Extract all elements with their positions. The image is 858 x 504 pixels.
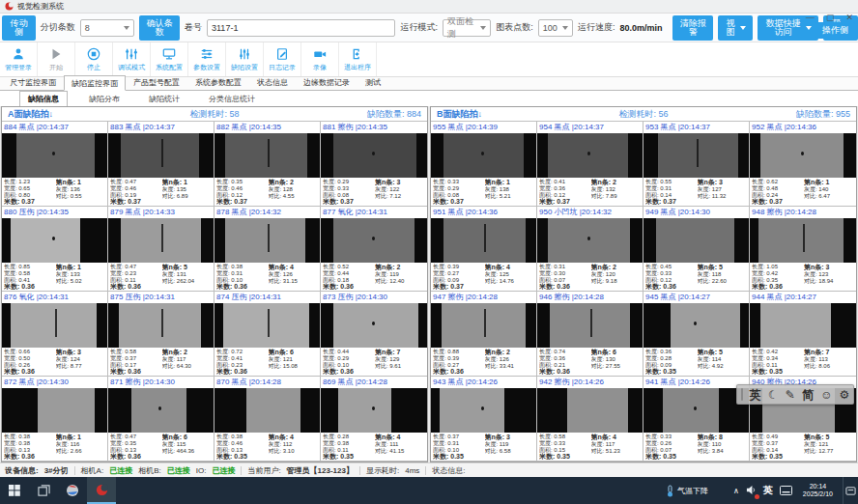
stop-button[interactable]: 停止 <box>75 42 113 76</box>
ime-mode-indicator[interactable]: 英 <box>763 484 773 497</box>
ime-moon-icon[interactable]: ☾ <box>768 389 779 401</box>
ime-simplified-label[interactable]: 简 <box>802 389 814 401</box>
defect-image[interactable] <box>750 133 856 178</box>
defect-cell[interactable]: 955 黑点 |20:14:39 长度: 0.33宽度: 0.29面积: 0.0… <box>431 122 537 207</box>
tray-overflow-button[interactable]: ∧ <box>733 487 739 495</box>
defect-image[interactable] <box>108 303 214 348</box>
defect-cell[interactable]: 946 擦伤 |20:14:28 长度: 0.74宽度: 0.36面积: 0.2… <box>537 292 644 377</box>
debug-mode-button[interactable]: 调试模式 <box>113 42 151 76</box>
defect-cell[interactable]: 876 氧化 |20:14:31 长度: 0.66宽度: 0.50面积: 0.2… <box>2 292 108 377</box>
admin-login-button[interactable]: 管理登录 <box>0 42 38 76</box>
defect-image[interactable] <box>321 218 427 263</box>
defect-cell[interactable]: 870 黑点 |20:14:28 长度: 0.38宽度: 0.46面积: 0.1… <box>214 377 321 462</box>
defect-image[interactable] <box>537 303 643 348</box>
tab-main-6[interactable]: 测试 <box>358 74 388 90</box>
defect-image[interactable] <box>214 303 320 348</box>
defect-cell[interactable]: 948 擦伤 |20:14:28 长度: 1.05宽度: 0.42面积: 0.3… <box>750 207 856 292</box>
clear-alarm-button[interactable]: 清除报警 <box>672 15 713 41</box>
ime-settings-icon[interactable]: ⚙ <box>840 389 850 401</box>
roll-number-input[interactable] <box>207 19 395 37</box>
start-button[interactable] <box>0 477 29 504</box>
record-video-button[interactable]: 录像 <box>301 42 339 76</box>
volume-button[interactable] <box>746 485 757 497</box>
defect-image[interactable] <box>321 388 427 433</box>
ime-lang-en[interactable]: 英 <box>750 389 761 401</box>
maximize-button[interactable]: ▢ <box>826 13 835 22</box>
defect-cell[interactable]: 874 压伤 |20:14:31 长度: 0.72宽度: 0.41面积: 0.2… <box>214 292 321 377</box>
defect-cell[interactable]: 943 黑点 |20:14:26 长度: 0.37宽度: 0.31面积: 0.1… <box>431 377 537 462</box>
defect-cell[interactable]: 882 黑点 |20:14:35 长度: 0.35宽度: 0.46面积: 0.1… <box>214 122 321 207</box>
defect-cell[interactable]: 954 黑点 |20:14:37 长度: 0.41宽度: 0.36面积: 0.1… <box>537 122 644 207</box>
ime-emoji-icon[interactable]: ☺ <box>820 389 832 401</box>
defect-image[interactable] <box>2 303 107 348</box>
defect-image[interactable] <box>644 218 749 263</box>
defect-cell[interactable]: 871 擦伤 |20:14:30 长度: 0.47宽度: 0.35面积: 0.1… <box>108 377 214 462</box>
close-button[interactable]: ✕ <box>845 13 853 22</box>
tab-sub-3[interactable]: 分类信息统计 <box>201 92 263 106</box>
defect-cell[interactable]: 953 黑点 |20:14:37 长度: 0.55宽度: 0.31面积: 0.1… <box>644 122 750 207</box>
defect-cell[interactable]: 949 黑点 |20:14:30 长度: 0.45宽度: 0.33面积: 0.1… <box>644 207 750 292</box>
touch-keyboard-icon[interactable] <box>780 486 792 495</box>
defect-cell[interactable]: 877 氧化 |20:14:31 长度: 0.52宽度: 0.44面积: 0.1… <box>321 207 427 292</box>
defect-cell[interactable]: 952 黑点 |20:14:36 长度: 0.62宽度: 0.48面积: 0.2… <box>750 122 856 207</box>
exit-program-button[interactable]: 退出程序 <box>339 42 377 76</box>
log-record-button[interactable]: 日志记录 <box>264 42 301 76</box>
defect-cell[interactable]: 947 擦伤 |20:14:28 长度: 0.88宽度: 0.39面积: 0.2… <box>431 292 537 377</box>
defect-image[interactable] <box>644 388 749 433</box>
defect-image[interactable] <box>537 218 643 263</box>
confirm-count-button[interactable]: 确认条数 <box>139 15 180 41</box>
defect-cell[interactable]: 880 压伤 |20:14:35 长度: 0.85宽度: 0.58面积: 0.4… <box>2 207 108 292</box>
taskbar-active-app-button[interactable] <box>87 477 116 504</box>
defect-image[interactable] <box>2 133 107 178</box>
defect-image[interactable] <box>537 133 643 178</box>
defect-cell[interactable]: 873 压伤 |20:14:30 长度: 0.44宽度: 0.29面积: 0.1… <box>321 292 427 377</box>
defect-image[interactable] <box>321 133 427 178</box>
defect-image[interactable] <box>644 303 749 348</box>
defect-image[interactable] <box>214 218 320 263</box>
defect-cell[interactable]: 950 小凹坑 |20:14:32 长度: 0.31宽度: 0.30面积: 0.… <box>537 207 644 292</box>
defect-settings-button[interactable]: 缺陷设置 <box>226 42 264 76</box>
defect-cell[interactable]: 872 黑点 |20:14:30 长度: 0.38宽度: 0.38面积: 0.1… <box>2 377 108 462</box>
defect-image[interactable] <box>2 218 107 263</box>
split-count-select[interactable]: 8 <box>80 19 134 37</box>
param-settings-button[interactable]: 参数设置 <box>188 42 226 76</box>
defect-cell[interactable]: 875 压伤 |20:14:31 长度: 0.58宽度: 0.37面积: 0.1… <box>108 292 214 377</box>
defect-image[interactable] <box>2 388 107 433</box>
ime-pen-icon[interactable]: ✎ <box>786 389 795 401</box>
defect-image[interactable] <box>750 218 856 263</box>
defect-cell[interactable]: 883 黑点 |20:14:37 长度: 0.47宽度: 0.46面积: 0.1… <box>108 122 214 207</box>
defect-cell[interactable]: 884 黑点 |20:14:37 长度: 1.23宽度: 0.65面积: 0.8… <box>2 122 108 207</box>
taskbar-clock[interactable]: 20:14 2025/2/10 <box>803 483 833 498</box>
tab-sub-1[interactable]: 缺陷分布 <box>81 92 128 106</box>
tab-main-0[interactable]: 尺寸监控界面 <box>2 74 64 90</box>
tab-main-5[interactable]: 边缘数据记录 <box>296 74 358 90</box>
tab-main-1[interactable]: 缺陷监控界面 <box>64 75 126 91</box>
defect-image[interactable] <box>214 388 320 433</box>
defect-cell[interactable]: 945 黑点 |20:14:27 长度: 0.36宽度: 0.28面积: 0.0… <box>644 292 750 377</box>
panel-a-title[interactable]: A面缺陷拍↓ <box>8 108 146 121</box>
defect-image[interactable] <box>537 388 643 433</box>
tab-sub-2[interactable]: 缺陷统计 <box>141 92 187 106</box>
view-menu-button[interactable]: 视图 <box>718 15 753 41</box>
drive-side-button[interactable]: 传动侧 <box>2 15 36 41</box>
defect-image[interactable] <box>108 133 214 178</box>
action-center-button[interactable] <box>843 477 858 504</box>
defect-image[interactable] <box>431 303 536 348</box>
start-button[interactable]: 开始 <box>38 42 75 76</box>
task-view-button[interactable] <box>29 477 58 504</box>
tab-main-4[interactable]: 状态信息 <box>249 74 296 90</box>
operator-side-button[interactable]: 操作侧 <box>815 22 855 39</box>
tab-main-3[interactable]: 系统参数配置 <box>187 74 249 90</box>
run-mode-select[interactable]: 双面检测 <box>443 19 491 37</box>
panel-b-title[interactable]: B面缺陷拍↓ <box>437 108 575 121</box>
defect-image[interactable] <box>321 303 427 348</box>
defect-cell[interactable]: 951 黑点 |20:14:36 长度: 0.39宽度: 0.27面积: 0.0… <box>431 207 537 292</box>
defect-image[interactable] <box>431 388 536 433</box>
defect-cell[interactable]: 941 黑点 |20:14:26 长度: 0.33宽度: 0.26面积: 0.0… <box>644 377 750 462</box>
defect-image[interactable] <box>644 133 749 178</box>
tab-main-2[interactable]: 产品型号配置 <box>126 74 187 90</box>
defect-image[interactable] <box>214 133 320 178</box>
defect-image[interactable] <box>108 218 214 263</box>
defect-image[interactable] <box>108 388 214 433</box>
defect-cell[interactable]: 869 黑点 |20:14:28 长度: 0.28宽度: 0.38面积: 0.1… <box>321 377 427 462</box>
